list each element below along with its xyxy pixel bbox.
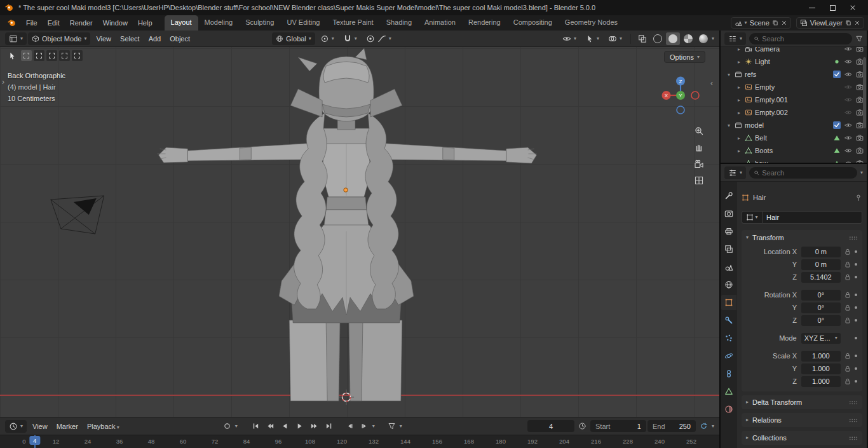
select-mode-invert-button[interactable]	[59, 50, 70, 61]
toolbar-expand-arrow[interactable]: ›	[2, 78, 4, 86]
toggle-ortho-grid-icon[interactable]	[694, 175, 704, 186]
expand-chevron[interactable]: ▾	[726, 72, 732, 78]
gizmos-dropdown[interactable]: ▾	[581, 32, 603, 45]
sidebar-expand-arrow[interactable]: ‹	[710, 79, 713, 88]
outliner-row[interactable]: ▸ Light	[721, 55, 867, 68]
select-mode-intersect-button[interactable]	[72, 50, 83, 61]
render-visibility-toggle[interactable]	[856, 147, 864, 154]
expand-chevron[interactable]: ▸	[736, 59, 742, 65]
transform-value-field[interactable]: 0°	[801, 290, 841, 301]
select-mode-extend-button[interactable]	[34, 50, 44, 61]
animate-property-dot[interactable]	[853, 263, 860, 266]
animate-property-dot[interactable]	[853, 294, 860, 296]
menu-item[interactable]: File	[21, 17, 43, 29]
outliner-row[interactable]: ▾ model	[721, 119, 867, 132]
properties-tab[interactable]	[721, 277, 736, 292]
transform-orientation-selector[interactable]: Global▾	[272, 32, 315, 45]
animate-property-dot[interactable]	[853, 355, 860, 357]
hide-eye-toggle[interactable]	[844, 83, 852, 91]
new-scene-icon[interactable]	[772, 20, 778, 26]
lock-column[interactable]	[843, 261, 852, 268]
menu-item[interactable]: Render	[65, 17, 98, 29]
minimize-button[interactable]	[802, 0, 822, 15]
jump-to-end-button[interactable]	[322, 420, 336, 433]
play-reverse-button[interactable]	[278, 420, 292, 433]
animate-property-dot[interactable]	[853, 250, 860, 253]
workspace-tab[interactable]: Texture Paint	[326, 15, 379, 31]
viewport-menu-item[interactable]: View	[92, 33, 116, 44]
panel-grip-icon[interactable]	[849, 236, 858, 240]
animate-property-dot[interactable]	[853, 276, 860, 278]
add-view-layer-icon[interactable]	[845, 20, 851, 26]
transform-value-field[interactable]: 1.000	[801, 376, 841, 387]
snap-toggle[interactable]: ▾	[339, 32, 361, 45]
render-visibility-toggle[interactable]	[856, 160, 864, 163]
hide-eye-toggle[interactable]	[844, 96, 852, 104]
workspace-tab[interactable]: Shading	[380, 15, 418, 31]
outliner-search[interactable]	[749, 33, 852, 44]
proportional-editing-toggle[interactable]: ▾	[362, 32, 395, 45]
lock-column[interactable]	[843, 316, 852, 324]
object-id-dropdown[interactable]: ▾	[742, 211, 762, 224]
workspace-tab[interactable]: Layout	[165, 15, 198, 31]
transform-value-field[interactable]: 0 m	[801, 259, 841, 270]
workspace-tab[interactable]: Animation	[418, 15, 462, 31]
step-forward-button[interactable]	[358, 420, 371, 433]
menu-item[interactable]: Window	[98, 17, 133, 29]
workspace-tab[interactable]: Geometry Nodes	[559, 15, 624, 31]
hide-eye-toggle[interactable]	[844, 134, 852, 142]
outliner-row[interactable]: ▸ Belt	[721, 132, 867, 144]
properties-tab[interactable]	[721, 348, 736, 363]
expand-chevron[interactable]: ▾	[726, 123, 732, 128]
menu-item[interactable]: Edit	[43, 17, 65, 29]
remove-view-layer-icon[interactable]	[854, 20, 860, 26]
expand-chevron[interactable]: ▸	[736, 110, 742, 116]
timeline-menu-item[interactable]: View	[28, 421, 52, 432]
properties-tab[interactable]	[721, 330, 736, 346]
filter-chevron[interactable]: ▾	[400, 424, 402, 429]
options-dropdown[interactable]: Options▾	[664, 51, 705, 63]
properties-tab[interactable]	[721, 206, 736, 221]
properties-tab[interactable]	[721, 295, 736, 310]
properties-tab[interactable]	[721, 402, 736, 417]
hide-eye-toggle[interactable]	[844, 121, 852, 129]
current-frame-field[interactable]: 4	[527, 420, 574, 432]
transform-panel-header[interactable]: ▾ Transform	[742, 230, 862, 245]
lock-column[interactable]	[843, 304, 852, 311]
scene-selector[interactable]: ▾ Scene	[731, 17, 791, 29]
maximize-button[interactable]	[822, 0, 843, 15]
timeline-menu-item[interactable]: Playback ▾	[83, 421, 124, 432]
collection-checkbox[interactable]	[833, 121, 841, 129]
transform-value-field[interactable]: 0°	[801, 315, 841, 326]
auto-keying-toggle[interactable]	[220, 420, 234, 433]
outliner-row[interactable]: ▸ Empty.002	[721, 106, 867, 119]
transform-value-field[interactable]: 0°	[801, 302, 841, 313]
shading-wireframe-button[interactable]	[651, 32, 665, 45]
expand-chevron[interactable]: ▸	[736, 135, 742, 141]
playback-sync-button[interactable]	[697, 420, 710, 433]
character-model[interactable]	[158, 48, 537, 401]
viewport-menu-item[interactable]: Object	[165, 33, 194, 44]
animate-property-dot[interactable]	[853, 367, 860, 370]
3d-viewport[interactable]: Back Orthographic (4) model | Hair 10 Ce…	[0, 47, 719, 417]
select-mode-subtract-button[interactable]	[46, 50, 57, 61]
timeline-ruler[interactable]: 4 01224364860728496108120132144156168180…	[0, 435, 719, 448]
filter-funnel-icon[interactable]	[855, 35, 863, 43]
render-visibility-toggle[interactable]	[856, 47, 864, 53]
render-visibility-toggle[interactable]	[856, 134, 864, 142]
preview-range-toggle[interactable]	[576, 420, 589, 433]
empty-wireframe[interactable]	[51, 196, 104, 234]
hide-eye-toggle[interactable]	[844, 71, 852, 78]
collection-checkbox[interactable]	[833, 71, 841, 78]
expand-chevron[interactable]: ▸	[736, 47, 742, 52]
outliner-row[interactable]: ▾ refs	[721, 68, 867, 81]
expand-chevron[interactable]: ▸	[736, 161, 742, 163]
expand-chevron[interactable]: ▸	[736, 85, 742, 90]
properties-options-chevron[interactable]: ▾	[860, 170, 863, 175]
pan-hand-icon[interactable]	[694, 142, 704, 153]
outliner-search-input[interactable]	[762, 35, 848, 43]
workspace-tab[interactable]: Compositing	[507, 15, 559, 31]
properties-search[interactable]	[749, 167, 857, 179]
overlays-dropdown[interactable]: ▾	[604, 32, 626, 45]
sync-chevron[interactable]: ▾	[712, 424, 714, 429]
